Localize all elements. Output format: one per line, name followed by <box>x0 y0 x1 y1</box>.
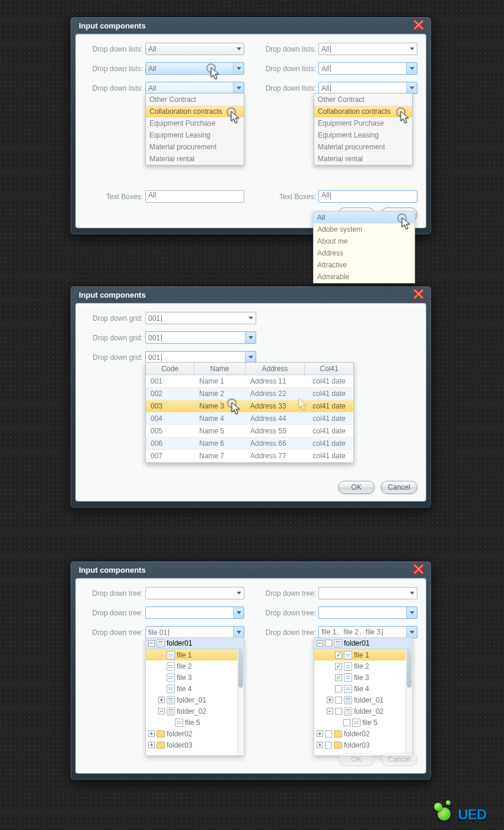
tree-node[interactable]: +folder03 <box>314 739 412 751</box>
dropdown-tree-hover[interactable] <box>318 606 417 619</box>
col-header[interactable]: Code <box>146 363 194 375</box>
grid-row[interactable]: 002Name 2Address 22col41 date <box>146 388 353 400</box>
tree-node[interactable]: ✓file 3 <box>314 672 412 683</box>
grid-row[interactable]: 006Name 6Address 66col41 date <box>146 438 353 450</box>
expand-icon[interactable]: + <box>317 730 323 737</box>
tree-node[interactable]: file 5 <box>146 717 244 728</box>
close-button[interactable] <box>412 18 425 31</box>
text-input-focused[interactable]: All <box>318 190 417 203</box>
dropdown-default[interactable]: All <box>318 43 417 55</box>
autocomplete-option[interactable]: Adobe system <box>314 224 414 235</box>
grid-row[interactable]: 005Name 5Address 55col41 date <box>146 425 353 438</box>
scrollbar[interactable] <box>406 649 412 755</box>
chevron-down-icon <box>233 588 244 599</box>
dropdown-tree[interactable] <box>318 587 417 599</box>
grid-row[interactable]: 004Name 4Address 44col41 date <box>146 413 353 425</box>
grid-row[interactable]: 007Name 7Address 77col41 date <box>146 450 353 462</box>
folder-icon <box>157 742 165 749</box>
dropdown-option[interactable]: Equipment Leasing <box>314 129 412 141</box>
tree-node[interactable]: −folder01 <box>314 638 412 649</box>
cancel-button[interactable]: Cancel <box>381 481 417 494</box>
grid-row[interactable]: 001Name 1Address 11col41 date <box>146 375 353 388</box>
tree-node[interactable]: file 5 <box>314 717 412 728</box>
expand-icon[interactable]: + <box>148 730 155 737</box>
ok-button[interactable]: OK <box>338 481 375 494</box>
dropdown-tree-open[interactable]: file 1、file 2、file 3 <box>318 626 417 639</box>
scrollbar[interactable] <box>237 649 244 755</box>
tree-node[interactable]: file 4 <box>146 683 244 694</box>
collapse-icon[interactable]: − <box>317 640 323 647</box>
ok-button[interactable]: OK <box>338 753 375 766</box>
grid-row-selected[interactable]: 003Name 3Address 33col41 date <box>146 400 353 413</box>
col-header[interactable]: Address <box>245 363 305 375</box>
dropdown-grid-open[interactable]: 001 <box>145 351 256 363</box>
tree-node[interactable]: +folder02 <box>146 728 244 739</box>
tree-node[interactable]: +folder_01 <box>314 694 412 706</box>
dropdown-option[interactable]: Equipment Leasing <box>146 129 244 141</box>
autocomplete-option[interactable]: Address <box>314 247 414 259</box>
autocomplete-option[interactable]: Admirable <box>314 271 414 283</box>
dropdown-default[interactable]: All <box>145 43 244 55</box>
tree-node[interactable]: file 4 <box>314 683 412 694</box>
tree-node[interactable]: ✓file 2 <box>314 660 412 672</box>
tree-node[interactable]: +folder02 <box>314 728 412 739</box>
tree-node-selected[interactable]: file 1 <box>146 649 244 660</box>
dropdown-grid-hover[interactable]: 001 <box>145 331 256 344</box>
checkbox[interactable] <box>325 742 332 749</box>
dropdown-option[interactable]: Material procurement <box>314 141 412 153</box>
expand-icon[interactable]: + <box>317 742 323 748</box>
tree-node[interactable]: +folder03 <box>146 739 244 751</box>
dropdown-hover[interactable]: All <box>145 62 244 75</box>
close-button[interactable] <box>412 288 425 301</box>
checkbox[interactable] <box>325 730 332 738</box>
text-input[interactable]: All <box>145 190 244 203</box>
checkbox[interactable] <box>335 685 342 692</box>
dropdown-grid[interactable]: 001 <box>145 312 256 324</box>
file-icon <box>352 719 361 727</box>
checkbox[interactable] <box>325 640 332 647</box>
expand-icon[interactable]: + <box>148 742 155 748</box>
dropdown-option[interactable]: Equipment Purchase <box>146 117 244 129</box>
dropdown-open[interactable]: All <box>318 82 417 94</box>
expand-icon[interactable]: + <box>327 697 333 703</box>
collapse-icon[interactable]: − <box>327 708 333 714</box>
expand-icon[interactable]: + <box>158 697 165 703</box>
collapse-icon[interactable]: − <box>148 640 155 647</box>
dropdown-tree-open[interactable]: file 01 <box>145 626 244 639</box>
autocomplete-option[interactable]: About me <box>314 235 414 247</box>
checkbox[interactable] <box>335 708 342 715</box>
cancel-button[interactable]: Cancel <box>381 753 417 766</box>
dropdown-option[interactable]: Material procurement <box>146 141 244 153</box>
dropdown-option[interactable]: Material rental <box>146 153 244 165</box>
tree-node[interactable]: −folder01 <box>146 638 244 649</box>
dropdown-tree-hover[interactable] <box>145 606 244 619</box>
dropdown-option[interactable]: Other Contract <box>314 94 412 106</box>
col-header[interactable]: Col41 <box>305 363 353 375</box>
dropdown-tree[interactable] <box>145 587 244 599</box>
tree-node[interactable]: file 3 <box>146 672 244 683</box>
dialog-title: Input components <box>79 566 146 574</box>
col-header[interactable]: Name <box>194 363 245 375</box>
dropdown-option[interactable]: Collaboration contracts <box>314 106 412 117</box>
tree-node[interactable]: file 2 <box>146 660 244 672</box>
checkbox-checked[interactable]: ✓ <box>335 674 342 681</box>
dropdown-option[interactable]: Material rental <box>314 153 412 165</box>
dropdown-option[interactable]: Other Contract <box>146 94 244 106</box>
dropdown-hover[interactable]: All <box>318 62 417 75</box>
checkbox[interactable] <box>335 697 342 704</box>
dropdown-option[interactable]: Collaboration contracts <box>146 106 244 117</box>
close-button[interactable] <box>412 563 425 576</box>
checkbox-checked[interactable]: ✓ <box>335 652 342 659</box>
tree-node[interactable]: −folder_02 <box>314 706 412 717</box>
autocomplete-option[interactable]: Attractive <box>314 259 414 271</box>
tree-node[interactable]: −folder_02 <box>146 706 244 717</box>
dropdown-option[interactable]: Equipment Purchase <box>314 117 412 129</box>
dropdown-open[interactable]: All <box>145 82 244 94</box>
checkbox[interactable] <box>343 719 350 726</box>
chevron-down-icon <box>406 627 417 638</box>
autocomplete-option[interactable]: All <box>314 212 414 224</box>
collapse-icon[interactable]: − <box>158 708 165 714</box>
checkbox-checked[interactable]: ✓ <box>335 663 342 670</box>
tree-node-selected[interactable]: ✓file 1 <box>314 649 412 660</box>
tree-node[interactable]: +folder_01 <box>146 694 244 706</box>
